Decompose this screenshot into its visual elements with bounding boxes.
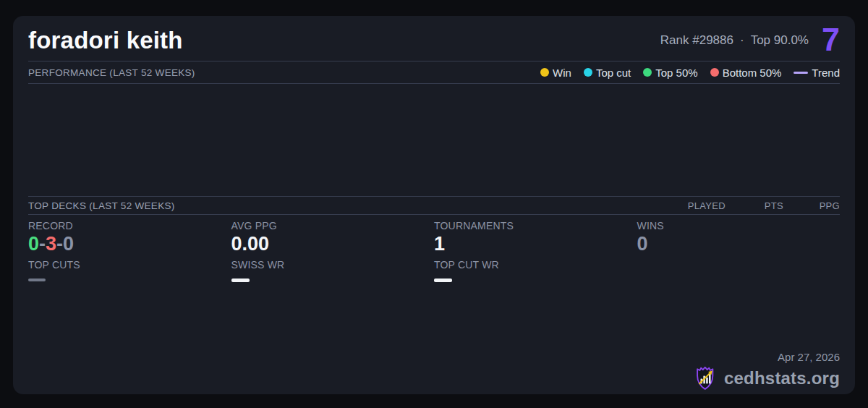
swiss-wr-label: SWISS WR [231,259,435,271]
stat-cell-avg-ppg: AVG PPG 0.00 SWISS WR [231,220,435,394]
stat-cell-tournaments: TOURNAMENTS 1 TOP CUT WR [434,220,637,394]
bottom-50-dot-icon [710,68,719,77]
swiss-wr-placeholder-dash [231,279,250,282]
rank-separator-dot: · [740,33,744,48]
card-header: foradori keith Rank #29886 · Top 90.0% 7 [28,16,840,61]
top-decks-columns: PLAYED PTS PPG [668,200,840,211]
column-header-played: PLAYED [668,200,726,211]
performance-title: PERFORMANCE (LAST 52 WEEKS) [28,67,195,78]
record-losses: 3 [46,233,56,255]
brand-name: cedhstats.org [724,368,840,388]
legend-item-trend: Trend [793,67,840,79]
rank-text: Rank #29886 [660,33,733,48]
top-cuts-placeholder-dash [28,279,46,281]
card-footer: Apr 27, 2026 cedhstats.org [694,351,840,391]
player-stats-card: foradori keith Rank #29886 · Top 90.0% 7… [13,16,855,394]
column-header-ppg: PPG [783,200,840,211]
top-cut-wr-placeholder-dash [434,279,452,282]
top-decks-title: TOP DECKS (LAST 52 WEEKS) [28,200,175,211]
legend-label: Bottom 50% [723,67,782,79]
legend-item-top-cut: Top cut [584,67,631,79]
record-separator: - [39,233,46,255]
legend-item-bottom-50: Bottom 50% [710,67,782,79]
brand-row: cedhstats.org [694,365,840,391]
record-separator: - [56,233,63,255]
score-value: 7 [822,23,840,56]
top-decks-header-row: TOP DECKS (LAST 52 WEEKS) PLAYED PTS PPG [28,197,840,214]
stats-section: RECORD 0-3-0 TOP CUTS AVG PPG 0.00 SWISS… [28,215,840,394]
record-value: 0-3-0 [28,233,231,255]
tournaments-label: TOURNAMENTS [434,220,637,231]
legend-item-win: Win [540,67,571,79]
column-header-pts: PTS [726,200,783,211]
page-background: { "header": { "player_name": "foradori k… [0,0,868,408]
legend-label: Trend [812,67,840,79]
trend-line-icon [793,72,808,74]
record-label: RECORD [28,220,231,231]
header-rank-group: Rank #29886 · Top 90.0% 7 [660,26,840,56]
legend-label: Top cut [596,67,631,79]
legend-label: Top 50% [655,67,697,79]
tournaments-value: 1 [434,233,637,255]
record-wins: 0 [28,233,39,255]
top-cuts-label: TOP CUTS [28,259,231,271]
wins-value: 0 [637,233,841,255]
win-dot-icon [540,68,549,77]
cedhstats-logo-icon [694,365,718,391]
rank-line: Rank #29886 · Top 90.0% [660,33,809,48]
legend-item-top-50: Top 50% [643,67,697,79]
footer-date: Apr 27, 2026 [694,351,840,363]
top-percent-text: Top 90.0% [751,33,809,48]
top-50-dot-icon [643,68,652,77]
top-cut-dot-icon [584,68,592,77]
performance-header-row: PERFORMANCE (LAST 52 WEEKS) Win Top cut … [28,61,840,83]
chart-legend: Win Top cut Top 50% Bottom 50% Trend [540,67,840,79]
avg-ppg-value: 0.00 [231,233,435,255]
avg-ppg-label: AVG PPG [231,220,435,231]
player-name: foradori keith [28,27,183,54]
top-cut-wr-label: TOP CUT WR [434,259,637,271]
stat-cell-record: RECORD 0-3-0 TOP CUTS [28,220,231,394]
legend-label: Win [553,67,571,79]
performance-chart-area [28,84,840,196]
record-draws: 0 [63,233,74,255]
wins-label: WINS [637,220,841,231]
